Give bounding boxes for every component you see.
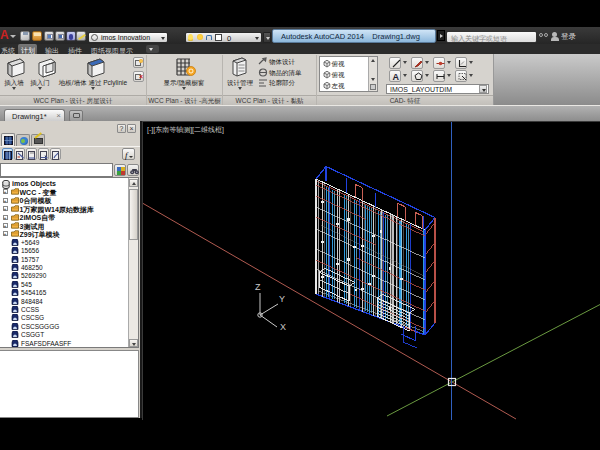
svg-text:Z: Z [255, 282, 261, 292]
svg-text:X: X [280, 322, 286, 332]
svg-text:Y: Y [279, 294, 285, 304]
svg-text:A: A [392, 72, 399, 81]
